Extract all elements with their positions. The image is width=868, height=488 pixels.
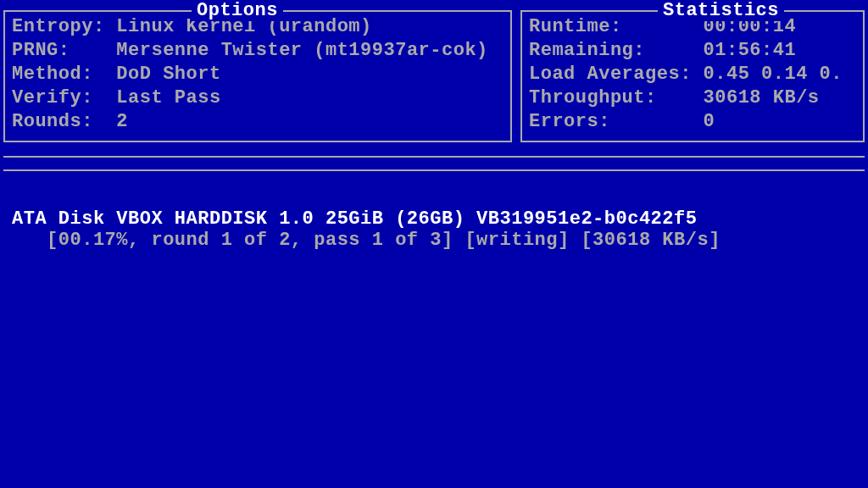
- disk-descriptor-line: ATA Disk VBOX HARDDISK 1.0 25GiB (26GB) …: [12, 208, 856, 230]
- stat-errors-label: Errors:: [529, 110, 704, 134]
- stat-loadavg-row: Load Averages: 0.45 0.14 0.: [529, 63, 856, 86]
- options-panel: Options Entropy: Linux Kernel (urandom) …: [3, 10, 512, 142]
- stat-errors-value: 0: [704, 110, 715, 134]
- horizontal-divider: [3, 156, 865, 169]
- stat-loadavg-label: Load Averages:: [529, 63, 704, 86]
- stat-remaining-value: 01:56:41: [704, 39, 797, 63]
- wipe-progress-line: [00.17%, round 1 of 2, pass 1 of 3] [wri…: [12, 230, 856, 251]
- option-verify-label: Verify:: [12, 86, 116, 110]
- option-rounds-value: 2: [116, 110, 128, 134]
- option-rounds-label: Rounds:: [12, 110, 116, 134]
- option-entropy-label: Entropy:: [12, 15, 116, 39]
- console-screen: Options Entropy: Linux Kernel (urandom) …: [0, 0, 868, 488]
- stat-loadavg-value: 0.45 0.14 0.: [704, 63, 843, 86]
- main-status-area: ATA Disk VBOX HARDDISK 1.0 25GiB (26GB) …: [3, 169, 865, 476]
- top-panel-row: Options Entropy: Linux Kernel (urandom) …: [0, 0, 868, 142]
- option-prng-row: PRNG: Mersenne Twister (mt19937ar-cok): [12, 39, 504, 63]
- stat-throughput-label: Throughput:: [529, 86, 704, 110]
- option-verify-row: Verify: Last Pass: [12, 86, 504, 110]
- stat-throughput-row: Throughput: 30618 KB/s: [529, 86, 856, 110]
- option-rounds-row: Rounds: 2: [12, 110, 504, 134]
- statistics-panel: Statistics Runtime: 00:00:14 Remaining: …: [520, 10, 865, 142]
- options-panel-title: Options: [192, 0, 283, 21]
- statistics-panel-title: Statistics: [658, 0, 784, 21]
- option-prng-value: Mersenne Twister (mt19937ar-cok): [116, 39, 487, 63]
- option-method-row: Method: DoD Short: [12, 63, 504, 86]
- option-verify-value: Last Pass: [116, 86, 220, 110]
- option-method-label: Method:: [12, 63, 116, 86]
- stat-remaining-row: Remaining: 01:56:41: [529, 39, 856, 63]
- option-method-value: DoD Short: [116, 63, 220, 86]
- option-prng-label: PRNG:: [12, 39, 116, 63]
- stat-throughput-value: 30618 KB/s: [704, 86, 820, 110]
- stat-errors-row: Errors: 0: [529, 110, 856, 134]
- stat-remaining-label: Remaining:: [529, 39, 704, 63]
